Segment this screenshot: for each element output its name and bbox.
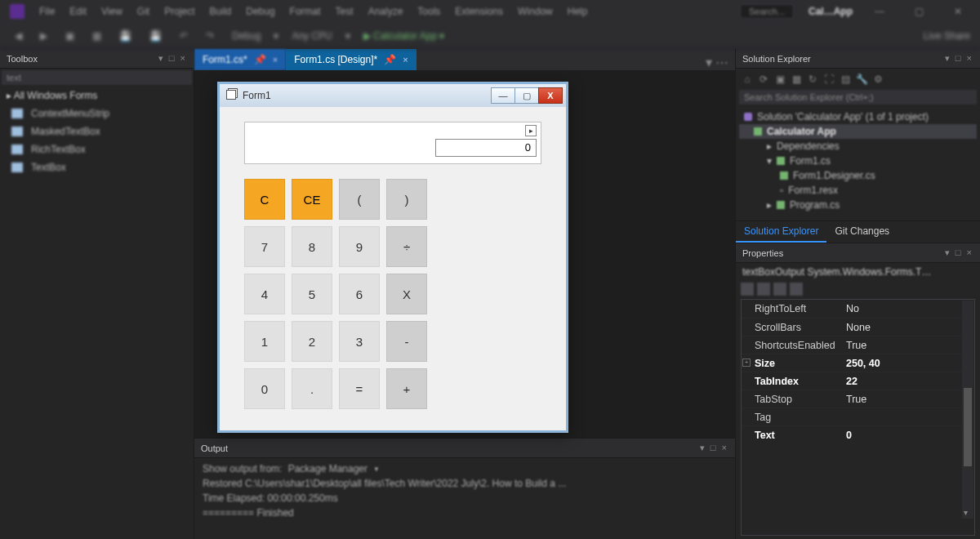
- toolbox-item-maskedtextbox[interactable]: MaskedTextBox: [0, 122, 194, 140]
- calc-button-divide[interactable]: ÷: [386, 226, 427, 267]
- menu-debug[interactable]: Debug: [246, 6, 274, 17]
- menu-window[interactable]: Window: [518, 6, 553, 17]
- settings-icon[interactable]: ⚙: [871, 74, 884, 85]
- tree-form1-resx-node[interactable]: ▫Form1.resx: [739, 183, 977, 198]
- close-icon[interactable]: ×: [403, 55, 408, 65]
- menu-project[interactable]: Project: [164, 6, 194, 17]
- tree-program-cs-node[interactable]: ▸Program.cs: [739, 198, 977, 212]
- toolbar-open-icon[interactable]: ▦: [87, 29, 106, 43]
- form-minimize-button[interactable]: —: [491, 87, 515, 104]
- calc-button-5[interactable]: 5: [292, 274, 332, 314]
- property-row-tabindex[interactable]: TabIndex22: [742, 372, 974, 390]
- toolbox-item-textbox[interactable]: TextBox: [0, 158, 194, 176]
- menu-git[interactable]: Git: [137, 6, 149, 17]
- calc-button-3[interactable]: 3: [339, 321, 380, 362]
- calc-button-8[interactable]: 8: [292, 226, 332, 267]
- expand-icon[interactable]: +: [742, 359, 751, 367]
- calc-button-plus[interactable]: +: [386, 368, 427, 409]
- property-value[interactable]: 250, 40: [846, 358, 974, 369]
- config-dropdown[interactable]: Debug: [227, 29, 265, 43]
- toolbar-undo-icon[interactable]: ↶: [175, 29, 193, 43]
- refresh-icon[interactable]: ↻: [806, 74, 819, 85]
- tree-solution-node[interactable]: Solution 'Calculator App' (1 of 1 projec…: [739, 109, 977, 124]
- property-row-tag[interactable]: Tag: [742, 408, 974, 425]
- pin-icon[interactable]: 📌: [384, 54, 396, 65]
- properties-grid[interactable]: + RightToLeftNo ScrollBarsNone Shortcuts…: [741, 299, 975, 536]
- toolbar-nav-fwd-icon[interactable]: ▶: [35, 29, 52, 43]
- calc-button-1[interactable]: 1: [244, 321, 285, 362]
- events-icon[interactable]: [773, 283, 786, 296]
- calculator-output-textbox[interactable]: 0: [435, 139, 537, 157]
- calc-button-7[interactable]: 7: [244, 226, 285, 267]
- window-close-button[interactable]: ✕: [946, 6, 970, 17]
- form-maximize-button[interactable]: ▢: [514, 87, 539, 104]
- wrench-icon[interactable]: 🔧: [855, 74, 868, 85]
- menu-file[interactable]: File: [39, 6, 55, 17]
- form-close-button[interactable]: X: [538, 87, 563, 104]
- calc-button-9[interactable]: 9: [339, 226, 380, 267]
- toolbox-item-richtextbox[interactable]: RichTextBox: [0, 140, 194, 158]
- run-button[interactable]: ▶ Calculator App ▾: [359, 29, 450, 43]
- property-pages-icon[interactable]: [790, 283, 803, 296]
- output-from-dropdown[interactable]: Package Manager: [288, 463, 368, 474]
- property-value[interactable]: True: [846, 340, 974, 351]
- property-row-tabstop[interactable]: TabStopTrue: [742, 390, 974, 408]
- tree-dependencies-node[interactable]: ▸Dependencies: [739, 139, 977, 154]
- toolbar-save-all-icon[interactable]: 💾: [145, 29, 167, 43]
- solution-explorer-search[interactable]: Search Solution Explorer (Ctrl+;): [739, 90, 977, 105]
- calc-button-open-paren[interactable]: (: [339, 179, 380, 220]
- menu-tools[interactable]: Tools: [417, 6, 440, 17]
- tree-form1-designer-node[interactable]: Form1.Designer.cs: [739, 168, 977, 183]
- tab-solution-explorer[interactable]: Solution Explorer: [736, 221, 826, 243]
- close-icon[interactable]: ×: [273, 55, 278, 65]
- toolbar-nav-back-icon[interactable]: ◀: [10, 29, 27, 43]
- tab-form1-design[interactable]: Form1.cs [Design]*📌×: [286, 49, 416, 70]
- tab-form1-cs[interactable]: Form1.cs*📌×: [194, 49, 286, 70]
- panel-controls-icon[interactable]: ▾ □ ×: [945, 247, 973, 258]
- property-value[interactable]: True: [846, 394, 974, 405]
- property-value[interactable]: No: [846, 303, 974, 314]
- menu-help[interactable]: Help: [568, 6, 588, 17]
- calc-button-2[interactable]: 2: [292, 321, 332, 362]
- toolbar-save-icon[interactable]: 💾: [114, 29, 136, 43]
- panel-controls-icon[interactable]: ▾ □ ×: [945, 53, 973, 64]
- tree-form1-cs-node[interactable]: ▾Form1.cs: [739, 154, 977, 168]
- calc-button-0[interactable]: 0: [244, 368, 285, 409]
- property-value[interactable]: None: [846, 322, 974, 333]
- properties-icon[interactable]: ⛶: [822, 74, 835, 85]
- calc-button-clear-entry[interactable]: CE: [292, 179, 332, 220]
- ide-search-input[interactable]: Search...: [740, 4, 794, 19]
- toolbox-item-contextmenustrip[interactable]: ContextMenuStrip: [0, 105, 194, 122]
- property-row-text[interactable]: Text0: [742, 425, 974, 443]
- alphabetical-icon[interactable]: [757, 283, 770, 296]
- calc-button-4[interactable]: 4: [244, 274, 285, 314]
- tab-git-changes[interactable]: Git Changes: [826, 221, 898, 243]
- categorized-icon[interactable]: [741, 283, 754, 296]
- calc-button-close-paren[interactable]: ): [386, 179, 427, 220]
- calc-button-equals[interactable]: =: [339, 368, 380, 409]
- property-row-size[interactable]: Size250, 40: [742, 354, 974, 372]
- toolbox-category-all-windows-forms[interactable]: ▸ All Windows Forms: [0, 87, 194, 105]
- property-row-shortcutsenabled[interactable]: ShortcutsEnabledTrue: [742, 336, 974, 354]
- panel-controls-icon[interactable]: ▾ □ ×: [700, 443, 728, 453]
- calc-button-minus[interactable]: -: [386, 321, 427, 362]
- preview-icon[interactable]: ▤: [839, 74, 852, 85]
- pin-icon[interactable]: 📌: [254, 54, 266, 65]
- property-value[interactable]: 0: [846, 430, 974, 441]
- sync-icon[interactable]: ⟳: [757, 74, 770, 85]
- calc-button-clear[interactable]: C: [244, 179, 285, 220]
- menu-edit[interactable]: Edit: [69, 6, 87, 17]
- form1-titlebar[interactable]: Form1 — ▢ X: [220, 84, 566, 107]
- calculator-display-panel[interactable]: ▸ 0: [244, 122, 541, 164]
- form1-window[interactable]: Form1 — ▢ X ▸ 0 C CE (: [217, 82, 568, 433]
- menu-view[interactable]: View: [101, 6, 122, 17]
- toolbar-new-icon[interactable]: ▣: [60, 29, 79, 43]
- platform-dropdown[interactable]: Any CPU: [287, 29, 336, 43]
- form-designer-surface[interactable]: Form1 — ▢ X ▸ 0 C CE (: [194, 70, 735, 438]
- menu-extensions[interactable]: Extensions: [455, 6, 503, 17]
- menu-format[interactable]: Format: [290, 6, 321, 17]
- smart-tag-icon[interactable]: ▸: [525, 125, 537, 136]
- calc-button-decimal[interactable]: .: [292, 368, 332, 409]
- panel-controls-icon[interactable]: ▾ □ ×: [158, 53, 187, 64]
- window-minimize-button[interactable]: —: [867, 6, 892, 17]
